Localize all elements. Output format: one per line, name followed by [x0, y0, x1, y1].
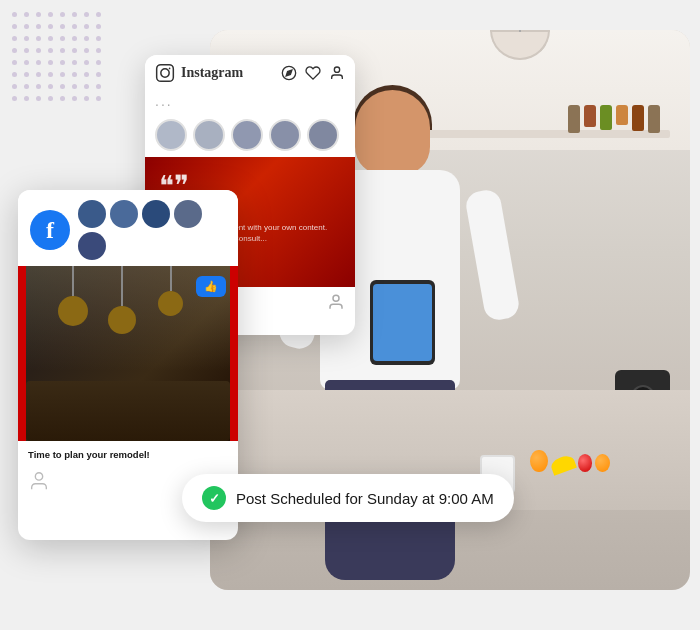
facebook-profile-circles [78, 200, 218, 260]
fb-avatar-icon [28, 470, 50, 492]
svg-point-1 [161, 69, 169, 77]
facebook-like-button[interactable]: 👍 [196, 276, 226, 297]
spice-jars [568, 105, 660, 133]
fb-profile-5 [78, 232, 106, 260]
check-icon-circle: ✓ [202, 486, 226, 510]
facebook-header: f [18, 190, 238, 266]
ig-profile-1 [155, 119, 187, 151]
instagram-title: Instagram [181, 65, 243, 81]
ig-profile-3 [231, 119, 263, 151]
ig-profile-5 [307, 119, 339, 151]
instagram-icon [155, 63, 175, 83]
heart-icon [305, 65, 321, 81]
ig-profile-2 [193, 119, 225, 151]
svg-point-5 [334, 67, 339, 72]
fb-lamp-1 [58, 296, 88, 326]
instagram-header: Instagram [145, 55, 355, 91]
svg-rect-0 [157, 65, 174, 82]
instagram-profiles-row [145, 113, 355, 157]
notification-message: Post Scheduled for Sunday at 9:00 AM [236, 490, 494, 507]
fb-profile-2 [110, 200, 138, 228]
fruit-bowl [530, 450, 610, 490]
instagram-header-icons [281, 65, 345, 81]
ig-profile-4 [269, 119, 301, 151]
fb-profile-3 [142, 200, 170, 228]
fb-profile-1 [78, 200, 106, 228]
svg-marker-4 [286, 70, 292, 76]
facebook-caption: Time to plan your remodel! [18, 441, 238, 466]
check-icon: ✓ [209, 491, 220, 506]
instagram-logo-area: Instagram [155, 63, 243, 83]
svg-point-8 [333, 295, 339, 301]
svg-point-9 [35, 473, 42, 480]
facebook-logo: f [30, 210, 70, 250]
svg-point-2 [169, 68, 171, 70]
notification-toast: ✓ Post Scheduled for Sunday at 9:00 AM [182, 474, 514, 522]
ig-profile-action[interactable] [327, 293, 345, 311]
fb-lamp-2 [108, 306, 136, 334]
person-icon [329, 65, 345, 81]
fb-profile-4 [174, 200, 202, 228]
scene: Instagram ... [0, 0, 700, 630]
instagram-menu-dots: ... [145, 91, 355, 113]
fb-lamp-3 [158, 291, 183, 316]
facebook-post-image: 👍 [18, 266, 238, 441]
compass-icon [281, 65, 297, 81]
facebook-caption-text: Time to plan your remodel! [28, 449, 228, 460]
ceiling-lamp [490, 30, 550, 60]
dot-pattern [12, 12, 101, 108]
